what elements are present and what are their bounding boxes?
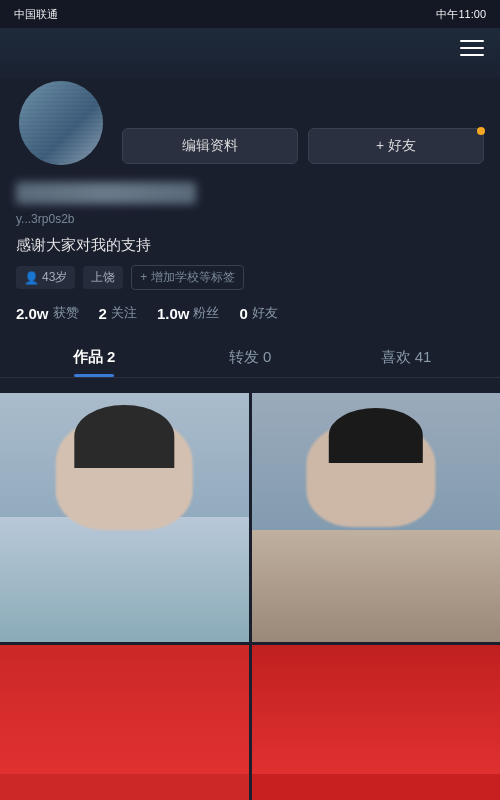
content-thumb-2[interactable]: [252, 393, 501, 642]
status-bar: 中国联通 中午11:00: [0, 0, 500, 28]
profile-section: 编辑资料 + 好友 y...3rp0s2b 感谢大家对我的支持 👤 43岁 上饶…: [0, 78, 500, 390]
tag-location: 上饶: [83, 266, 123, 289]
time-battery: 中午11:00: [436, 7, 486, 22]
tab-reposts[interactable]: 转发 0: [172, 338, 328, 377]
tab-works[interactable]: 作品 2: [16, 338, 172, 377]
menu-button[interactable]: [460, 40, 484, 56]
stat-fans[interactable]: 1.0w 粉丝: [157, 304, 220, 322]
avatar-image: [19, 81, 103, 165]
stat-following[interactable]: 2 关注: [99, 304, 137, 322]
content-thumb-4[interactable]: [252, 645, 501, 801]
username-id: y...3rp0s2b: [16, 212, 484, 226]
tag-age: 👤 43岁: [16, 266, 75, 289]
add-friend-button[interactable]: + 好友: [308, 128, 484, 164]
stat-friends[interactable]: 0 好友: [239, 304, 277, 322]
stat-likes[interactable]: 2.0w 获赞: [16, 304, 79, 322]
avatar: [16, 78, 106, 168]
action-buttons: 编辑资料 + 好友: [122, 128, 484, 168]
username-blurred: [16, 182, 196, 204]
hamburger-icon[interactable]: [460, 40, 484, 56]
likes-label: 获赞: [53, 304, 79, 322]
friends-label: 好友: [252, 304, 278, 322]
notification-dot: [477, 127, 485, 135]
person-icon: 👤: [24, 271, 39, 285]
content-grid: [0, 393, 500, 800]
content-thumb-1[interactable]: [0, 393, 249, 642]
carrier-signal: 中国联通: [14, 7, 58, 22]
friends-count: 0: [239, 305, 247, 322]
edit-profile-button[interactable]: 编辑资料: [122, 128, 298, 164]
tabs-row: 作品 2 转发 0 喜欢 41: [0, 338, 500, 378]
stats-row: 2.0w 获赞 2 关注 1.0w 粉丝 0 好友: [16, 304, 484, 322]
following-label: 关注: [111, 304, 137, 322]
following-count: 2: [99, 305, 107, 322]
tags-row: 👤 43岁 上饶 + 增加学校等标签: [16, 265, 484, 290]
avatar-buttons-row: 编辑资料 + 好友: [16, 78, 484, 168]
likes-count: 2.0w: [16, 305, 49, 322]
tab-likes[interactable]: 喜欢 41: [328, 338, 484, 377]
bio-text: 感谢大家对我的支持: [16, 234, 484, 255]
content-thumb-3[interactable]: [0, 645, 249, 801]
username-section: y...3rp0s2b: [16, 182, 484, 226]
fans-label: 粉丝: [193, 304, 219, 322]
fans-count: 1.0w: [157, 305, 190, 322]
add-tag-button[interactable]: + 增加学校等标签: [131, 265, 243, 290]
